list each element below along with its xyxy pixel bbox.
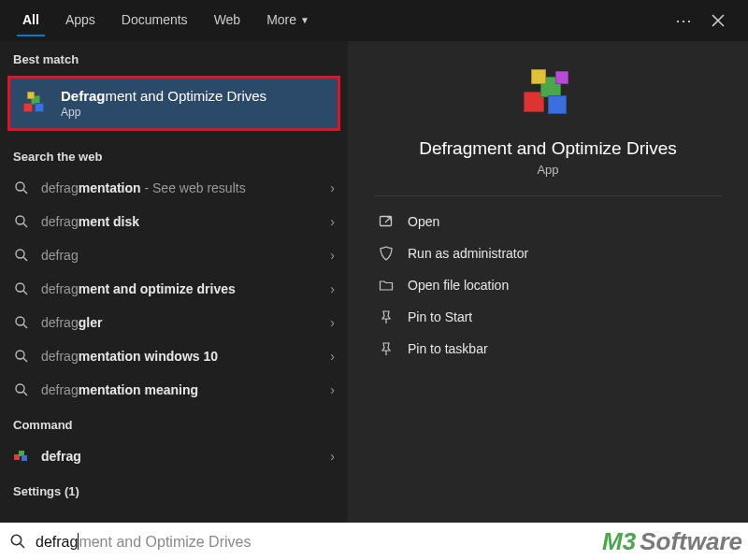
watermark-m: M bbox=[602, 527, 623, 555]
tab-more-label: More bbox=[266, 12, 296, 27]
more-options-button[interactable]: ⋯ bbox=[675, 10, 694, 31]
svg-point-12 bbox=[16, 384, 24, 393]
search-input[interactable]: defragment and Optimize Drives bbox=[36, 533, 251, 551]
results-column: Best match Defragment and Optimize Drive… bbox=[0, 41, 348, 523]
svg-point-10 bbox=[16, 351, 24, 359]
chevron-right-icon: › bbox=[330, 214, 335, 229]
folder-icon bbox=[378, 277, 395, 294]
detail-header: Defragment and Optimize Drives App bbox=[374, 41, 722, 177]
close-icon bbox=[712, 14, 725, 27]
action-open[interactable]: Open bbox=[374, 206, 722, 237]
pin-icon bbox=[378, 340, 395, 357]
detail-column: Defragment and Optimize Drives App Open … bbox=[348, 41, 748, 523]
svg-line-3 bbox=[23, 223, 27, 227]
best-match-subtitle: App bbox=[61, 106, 266, 119]
best-match-item[interactable]: Defragment and Optimize Drives App bbox=[7, 76, 340, 131]
web-result-item[interactable]: defragmentation meaning› bbox=[0, 373, 348, 407]
tab-documents[interactable]: Documents bbox=[108, 5, 201, 36]
svg-point-6 bbox=[16, 283, 24, 292]
svg-line-5 bbox=[23, 257, 27, 261]
svg-line-9 bbox=[23, 324, 27, 328]
svg-line-1 bbox=[23, 190, 27, 194]
search-icon bbox=[13, 314, 30, 331]
tab-web[interactable]: Web bbox=[201, 5, 254, 36]
command-label: defrag bbox=[41, 449, 81, 464]
defrag-icon bbox=[22, 90, 50, 118]
chevron-right-icon: › bbox=[330, 281, 335, 296]
chevron-right-icon: › bbox=[330, 382, 335, 397]
section-settings: Settings (1) bbox=[0, 473, 348, 506]
svg-point-2 bbox=[16, 216, 24, 224]
search-tabs-bar: All Apps Documents Web More ▼ ⋯ bbox=[0, 0, 748, 41]
chevron-right-icon: › bbox=[330, 349, 335, 364]
search-body: Best match Defragment and Optimize Drive… bbox=[0, 41, 748, 523]
web-result-text: defragmentation - See web results bbox=[41, 180, 319, 195]
section-command: Command bbox=[0, 407, 348, 439]
chevron-right-icon: › bbox=[330, 315, 335, 330]
action-open-label: Open bbox=[408, 214, 439, 229]
search-icon bbox=[13, 247, 30, 264]
chevron-right-icon: › bbox=[330, 449, 335, 464]
defrag-icon-large bbox=[518, 64, 578, 123]
svg-line-13 bbox=[23, 392, 27, 395]
search-autocomplete-text: ment and Optimize Drives bbox=[79, 534, 251, 550]
command-item[interactable]: defrag › bbox=[0, 439, 348, 473]
web-result-item[interactable]: defragment and optimize drives› bbox=[0, 272, 348, 306]
open-icon bbox=[378, 213, 395, 230]
search-tabs: All Apps Documents Web More ▼ bbox=[9, 5, 323, 36]
section-search-web: Search the web bbox=[0, 138, 348, 171]
search-bar[interactable]: defragment and Optimize Drives M3Softwar… bbox=[0, 523, 748, 560]
watermark-software: Software bbox=[640, 527, 742, 555]
web-result-item[interactable]: defragmentation windows 10› bbox=[0, 339, 348, 373]
action-pin-start-label: Pin to Start bbox=[408, 309, 472, 324]
action-pin-taskbar[interactable]: Pin to taskbar bbox=[374, 333, 722, 365]
svg-line-16 bbox=[21, 544, 25, 549]
web-result-item[interactable]: defraggler› bbox=[0, 306, 348, 339]
action-run-admin-label: Run as administrator bbox=[408, 246, 528, 261]
shield-icon bbox=[378, 245, 395, 262]
svg-line-7 bbox=[23, 291, 27, 294]
search-icon bbox=[13, 348, 30, 365]
chevron-right-icon: › bbox=[330, 248, 335, 263]
topbar-right: ⋯ bbox=[675, 6, 739, 36]
web-result-item[interactable]: defragment disk› bbox=[0, 205, 348, 238]
watermark-3: 3 bbox=[623, 527, 636, 555]
web-result-item[interactable]: defrag› bbox=[0, 238, 348, 272]
windows-search-panel: All Apps Documents Web More ▼ ⋯ Best mat… bbox=[0, 0, 748, 560]
search-icon bbox=[9, 533, 26, 550]
action-open-location-label: Open file location bbox=[408, 278, 509, 293]
search-typed-text: defrag bbox=[36, 534, 78, 550]
web-result-text: defraggler bbox=[41, 315, 319, 330]
svg-point-4 bbox=[16, 250, 24, 258]
command-icon bbox=[13, 448, 30, 465]
svg-line-11 bbox=[23, 358, 27, 362]
detail-divider bbox=[374, 195, 722, 196]
pin-icon bbox=[378, 309, 395, 325]
web-result-text: defragmentation windows 10 bbox=[41, 349, 319, 364]
close-button[interactable] bbox=[703, 6, 733, 36]
tab-all[interactable]: All bbox=[9, 5, 52, 36]
svg-point-0 bbox=[16, 182, 24, 191]
tab-apps[interactable]: Apps bbox=[52, 5, 108, 36]
watermark: M3Software bbox=[602, 527, 742, 556]
action-run-admin[interactable]: Run as administrator bbox=[374, 237, 722, 269]
search-icon bbox=[13, 179, 30, 196]
search-icon bbox=[13, 280, 30, 297]
best-match-text: Defragment and Optimize Drives App bbox=[61, 88, 266, 119]
best-match-title-rest: ment and Optimize Drives bbox=[106, 88, 267, 104]
web-result-text: defragment disk bbox=[41, 214, 319, 229]
action-open-location[interactable]: Open file location bbox=[374, 269, 722, 301]
web-result-item[interactable]: defragmentation - See web results› bbox=[0, 171, 348, 205]
action-pin-start[interactable]: Pin to Start bbox=[374, 301, 722, 333]
web-result-text: defrag bbox=[41, 248, 319, 263]
detail-subtitle: App bbox=[374, 163, 722, 177]
tab-more[interactable]: More ▼ bbox=[253, 5, 323, 36]
chevron-right-icon: › bbox=[330, 180, 335, 195]
web-result-text: defragment and optimize drives bbox=[41, 281, 319, 296]
action-pin-taskbar-label: Pin to taskbar bbox=[408, 341, 488, 356]
search-icon bbox=[13, 381, 30, 398]
section-best-match: Best match bbox=[0, 41, 348, 74]
svg-point-15 bbox=[11, 535, 21, 544]
best-match-title-prefix: Defrag bbox=[61, 88, 106, 104]
detail-title: Defragment and Optimize Drives bbox=[374, 138, 722, 159]
